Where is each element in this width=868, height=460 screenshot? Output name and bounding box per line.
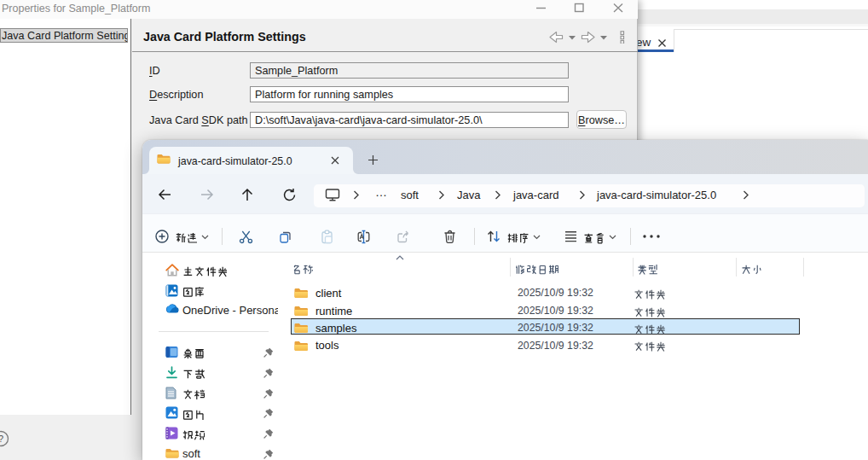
svg-text:?: ? xyxy=(0,434,3,444)
